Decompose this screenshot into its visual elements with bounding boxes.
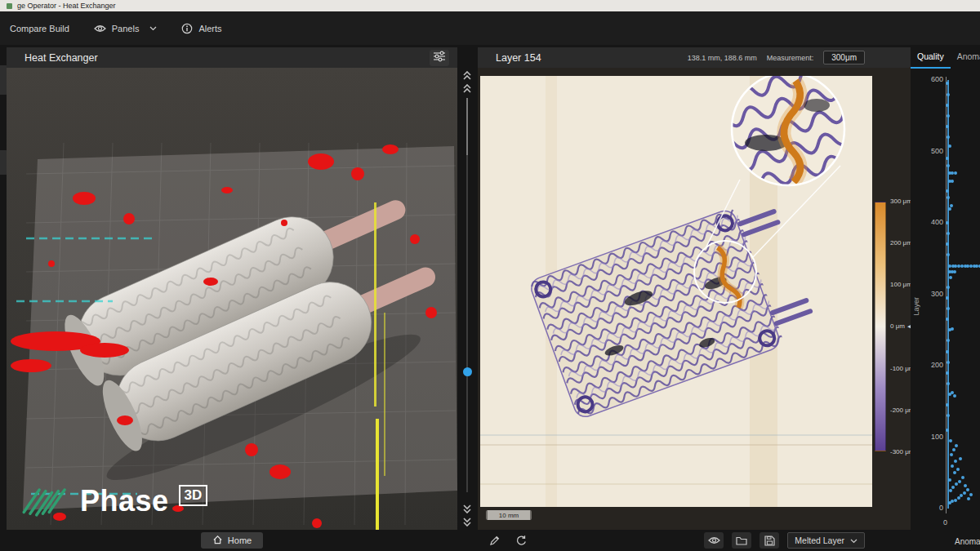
colorbar-tick: 0 μm◀ <box>890 322 911 331</box>
main-toolbar: Compare Build Panels Alerts <box>0 11 980 45</box>
tab-quality[interactable]: Quality <box>911 47 951 69</box>
tab-anomalies[interactable]: Anomalies <box>951 47 980 69</box>
save-button[interactable] <box>760 532 779 549</box>
colorbar-tick: -200 μm <box>890 407 911 415</box>
reset-view-button[interactable] <box>512 532 530 549</box>
eye-icon <box>94 24 106 33</box>
open-folder-button[interactable] <box>732 532 751 549</box>
measurement-value[interactable]: 300μm <box>823 51 865 64</box>
panels-label: Panels <box>112 24 140 33</box>
cursor-coordinates: 138.1 mm, 188.6 mm <box>688 54 757 62</box>
sliders-icon <box>433 51 446 64</box>
chart-x-origin: 0 <box>943 518 947 527</box>
double-chevron-up-icon[interactable] <box>462 82 472 96</box>
layer-type-label: Melted Layer <box>795 535 844 545</box>
layer-type-dropdown[interactable]: Melted Layer <box>787 532 865 549</box>
info-icon <box>181 23 193 34</box>
colorbar-ticks: 300 μm200 μm100 μm0 μm◀-100 μm-200 μm-30… <box>890 197 911 456</box>
ytick-label: 0 <box>911 504 943 512</box>
layer-heightmap-viewport[interactable]: 300 μm200 μm100 μm0 μm◀-100 μm-200 μm-30… <box>478 68 911 530</box>
3d-viewport[interactable]: Phase 3D <box>7 68 457 530</box>
compare-build-label: Compare Build <box>10 24 69 33</box>
scale-bar: 10 mm <box>486 510 532 520</box>
home-button[interactable]: Home <box>201 532 263 549</box>
layer-slider <box>457 47 478 551</box>
scale-label: 10 mm <box>499 512 519 519</box>
compare-build-button[interactable]: Compare Build <box>10 24 69 33</box>
layer-panel: Layer 154 138.1 mm, 188.6 mm Measurement… <box>478 47 911 551</box>
left-bottombar: Home <box>7 530 457 551</box>
heat-exchanger-panel: Heat Exchanger <box>7 47 457 551</box>
quality-yticks: 6005004003002001000 <box>911 80 943 509</box>
window-titlebar: ge Operator - Heat Exchanger <box>0 0 980 11</box>
window-title: ge Operator - Heat Exchanger <box>17 2 116 10</box>
logo-badge-text: 3D <box>179 485 208 506</box>
quality-plot <box>947 80 980 509</box>
home-label: Home <box>228 535 252 545</box>
ytick-label: 500 <box>911 147 943 155</box>
ytick-label: 400 <box>911 218 943 226</box>
phase3d-logo-icon <box>20 481 70 522</box>
measure-pencil-button[interactable] <box>486 532 504 549</box>
app-window: ge Operator - Heat Exchanger Compare Bui… <box>0 0 980 551</box>
slider-handle[interactable] <box>463 367 472 376</box>
ytick-label: 600 <box>911 75 943 83</box>
chart-xlabel: Anomaly <box>955 537 980 546</box>
right-panel-header: Layer 154 138.1 mm, 188.6 mm Measurement… <box>478 47 911 68</box>
colorbar-gradient <box>875 202 886 451</box>
colorbar-tick: 300 μm <box>890 197 911 205</box>
visibility-button[interactable] <box>704 532 724 549</box>
ytick-label: 300 <box>911 290 943 298</box>
measurement-label: Measurement: <box>767 54 814 62</box>
phase3d-logo: Phase 3D <box>20 481 207 522</box>
quality-tabs: Quality Anomalies <box>911 47 980 69</box>
colorbar-tick: -300 μm <box>890 448 911 456</box>
colorbar-tick: 200 μm <box>890 238 911 247</box>
left-panel-header: Heat Exchanger <box>7 47 457 68</box>
panels-button[interactable]: Panels <box>94 24 158 33</box>
double-chevron-down-icon[interactable] <box>462 515 472 530</box>
chevron-down-icon <box>149 26 157 31</box>
quality-chart: Layer 6005004003002001000 0 Anomaly <box>911 69 980 551</box>
colorbar-tick: 100 μm <box>890 281 911 289</box>
chevron-down-icon <box>850 535 858 545</box>
alerts-label: Alerts <box>198 24 221 33</box>
left-panel-title: Heat Exchanger <box>7 52 98 64</box>
ytick-label: 100 <box>911 433 943 441</box>
alerts-button[interactable]: Alerts <box>181 23 221 34</box>
quality-panel: Quality Anomalies Layer 6005004003002001… <box>911 47 980 551</box>
app-icon <box>7 3 12 9</box>
view-settings-button[interactable] <box>430 50 449 66</box>
logo-brand-text: Phase <box>80 487 169 516</box>
ytick-label: 200 <box>911 361 943 369</box>
home-icon <box>212 535 223 546</box>
slider-thumb[interactable] <box>466 98 468 155</box>
layer-heightmap-image <box>480 76 872 507</box>
colorbar-tick: -100 μm <box>890 364 911 372</box>
slider-track[interactable] <box>466 98 468 492</box>
layer-toolbar: Melted Layer <box>478 530 911 551</box>
3d-model-view <box>7 68 457 530</box>
layer-title: Layer 154 <box>478 52 541 64</box>
